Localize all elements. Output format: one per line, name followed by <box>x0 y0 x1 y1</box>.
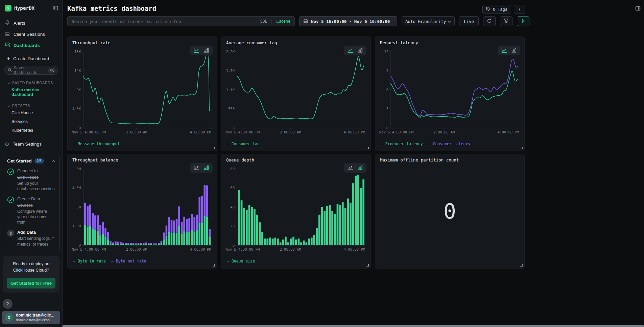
kebab-icon: ⋮ <box>518 7 522 12</box>
sidebar-item-alerts[interactable]: Alerts <box>0 18 62 29</box>
get-started-title: Get Started <box>7 158 32 164</box>
legend-item-message-throughput[interactable]: — Message throughput <box>73 142 120 146</box>
sidebar-item-services[interactable]: Services <box>0 117 62 126</box>
legend-item-consumer-latency[interactable]: — Consumer latency <box>428 142 471 146</box>
panel-maximum-offline-partition-count: Maximum offline partition count 0 <box>375 154 525 269</box>
app-title: HyperDX <box>14 5 34 11</box>
check-circle-icon <box>7 196 14 205</box>
live-button[interactable]: Live <box>459 16 479 26</box>
sidebar-item-client-sessions[interactable]: Client Sessions <box>0 29 62 40</box>
filter-button[interactable] <box>500 16 512 26</box>
create-dashboard-button[interactable]: Create Dashboard <box>0 51 62 62</box>
tags-button[interactable]: 0 Tags <box>482 5 511 14</box>
legend-item-consumer-lag[interactable]: — Consumer lag <box>227 142 260 146</box>
line-chart-icon[interactable] <box>348 48 353 53</box>
line-chart-icon[interactable] <box>194 48 199 53</box>
svg-text:1.5M: 1.5M <box>72 224 81 228</box>
panel-layout-icon[interactable] <box>635 6 641 12</box>
legend-item-byte-out-rate[interactable]: — Byte out rate <box>111 259 146 263</box>
chart-canvas[interactable]: 18K14K9K4.5K0Nov 5 4:00:00 PM2:00:00 AM4… <box>72 48 213 135</box>
legend-item-byte-in-rate[interactable]: — Byte in rate <box>73 259 106 263</box>
get-started-free-button[interactable]: Get Started for Free <box>7 278 55 288</box>
sidebar-item-clickhouse[interactable]: ClickHouse <box>0 108 62 117</box>
legend-item-producer-latency[interactable]: — Producer latency <box>381 142 423 146</box>
chart-canvas[interactable]: 806040200Nov 5 4:00:00 PM2:00:00 AM4:00:… <box>225 166 367 253</box>
panel-title: Throughput rate <box>72 40 111 45</box>
legend-item-queue-size[interactable]: — Queue size <box>227 259 255 263</box>
panel-resize-handle[interactable] <box>213 264 215 267</box>
search-placeholder: Saved Dashboards <box>14 66 46 75</box>
panel-throughput-balance: Throughput balance 6M4.5M3M1.5M0Nov 5 4:… <box>67 154 217 269</box>
sql-toggle[interactable]: SQL <box>260 19 267 24</box>
event-search-input[interactable] <box>72 19 257 24</box>
sidebar-collapse-icon[interactable] <box>53 5 58 11</box>
chart-legend: — Producer latency— Consumer latency <box>381 142 470 146</box>
date-range-picker[interactable]: Nov 5 16:00:00 - Nov 6 16:00:00 <box>299 16 397 26</box>
svg-text:Nov 5 4:00:00 PM: Nov 5 4:00:00 PM <box>225 130 260 134</box>
chart-type-toolbar <box>190 46 213 55</box>
user-name: dominic.tran@clic... <box>16 313 54 318</box>
chart-legend: — Consumer lag <box>227 142 260 146</box>
bar-chart-icon[interactable] <box>204 48 209 53</box>
svg-text:60: 60 <box>230 186 235 190</box>
tag-icon <box>486 7 491 12</box>
svg-text:2:00:00 AM: 2:00:00 AM <box>280 130 301 134</box>
svg-text:18K: 18K <box>74 50 81 54</box>
line-chart-icon[interactable] <box>348 165 353 170</box>
event-search-bar[interactable]: SQL | Lucene <box>67 16 295 26</box>
sidebar: HyperDX Alerts Client Sessions Dashboard… <box>0 0 63 327</box>
chart-canvas[interactable]: 6M4.5M3M1.5M0Nov 5 4:00:00 PM2:00:00 AM4… <box>72 166 213 253</box>
chevron-down-icon <box>447 19 451 24</box>
line-chart-icon[interactable] <box>501 48 507 53</box>
panel-resize-handle[interactable] <box>213 147 215 149</box>
svg-text:0: 0 <box>386 126 388 130</box>
gear-icon: ⚙ <box>5 142 9 147</box>
sidebar-item-dashboards[interactable]: Dashboards <box>0 40 62 51</box>
step-create-data-sources[interactable]: Create Data Sources Configure where your… <box>7 196 55 225</box>
bar-chart-icon[interactable] <box>358 165 363 170</box>
svg-text:0: 0 <box>79 243 81 247</box>
more-options-button[interactable]: ⋮ <box>514 5 525 14</box>
panel-request-latency: Request latency 129630Nov 5 4:00:00 PM2:… <box>375 36 525 151</box>
team-settings-button[interactable]: ⚙ Team Settings <box>0 135 62 149</box>
panel-average-consumer-lag: Average consumer lag 2.2K1.7K1.1K5500Nov… <box>221 36 371 151</box>
panel-resize-handle[interactable] <box>366 147 369 149</box>
step-connect-clickhouse[interactable]: Connect to ClickHouse Set up your databa… <box>7 168 55 192</box>
bar-chart-icon[interactable] <box>358 48 363 53</box>
run-query-button[interactable] <box>517 16 529 26</box>
svg-text:9: 9 <box>386 69 388 73</box>
chart-canvas[interactable]: 129630Nov 5 4:00:00 PM2:00:00 AM4:00:00 … <box>379 48 521 135</box>
horizontal-scrollbar[interactable] <box>0 325 644 327</box>
bar-chart-icon[interactable] <box>204 165 209 170</box>
lucene-toggle[interactable]: Lucene <box>276 19 290 24</box>
user-menu[interactable]: D dominic.tran@clic... dominic.tran@clic… <box>2 311 60 324</box>
sidebar-item-kubernetes[interactable]: Kubernetes <box>0 126 62 135</box>
refresh-button[interactable] <box>483 16 496 26</box>
chart-legend: — Byte in rate— Byte out rate <box>73 259 146 263</box>
svg-text:4:00:00 PM: 4:00:00 PM <box>344 247 365 251</box>
svg-text:4.5K: 4.5K <box>72 107 81 111</box>
chart-type-toolbar <box>190 163 213 173</box>
panel-resize-handle[interactable] <box>520 264 523 267</box>
bar-chart-icon[interactable] <box>511 48 517 53</box>
plus-icon <box>7 56 10 61</box>
sidebar-item-kafka-dashboard[interactable]: Kafka metrics dashboard <box>0 85 62 99</box>
chart-canvas[interactable]: 2.2K1.7K1.1K5500Nov 5 4:00:00 PM2:00:00 … <box>225 48 367 135</box>
svg-text:2:00:00 AM: 2:00:00 AM <box>126 247 147 251</box>
presets-section[interactable]: PRESETS <box>0 99 62 108</box>
panel-resize-handle[interactable] <box>366 264 369 267</box>
chevron-up-icon[interactable] <box>52 160 55 162</box>
help-button[interactable]: ? <box>3 299 13 309</box>
svg-text:2:00:00 AM: 2:00:00 AM <box>126 130 147 134</box>
saved-dashboards-section[interactable]: SAVED DASHBOARDS <box>0 76 62 85</box>
step-number-badge: 3 <box>7 230 14 237</box>
step-add-data[interactable]: 3 Add Data Start sending logs, metrics, … <box>7 229 55 247</box>
svg-text:14K: 14K <box>74 69 81 73</box>
svg-text:4:00:00 PM: 4:00:00 PM <box>498 130 519 134</box>
panel-resize-handle[interactable] <box>520 147 523 149</box>
granularity-select[interactable]: Auto Granularity <box>402 16 455 26</box>
saved-dashboards-search[interactable]: Saved Dashboards ⌘K <box>4 66 58 75</box>
chart-type-toolbar <box>498 46 520 55</box>
svg-text:2:00:00 AM: 2:00:00 AM <box>433 130 455 134</box>
line-chart-icon[interactable] <box>194 165 199 170</box>
